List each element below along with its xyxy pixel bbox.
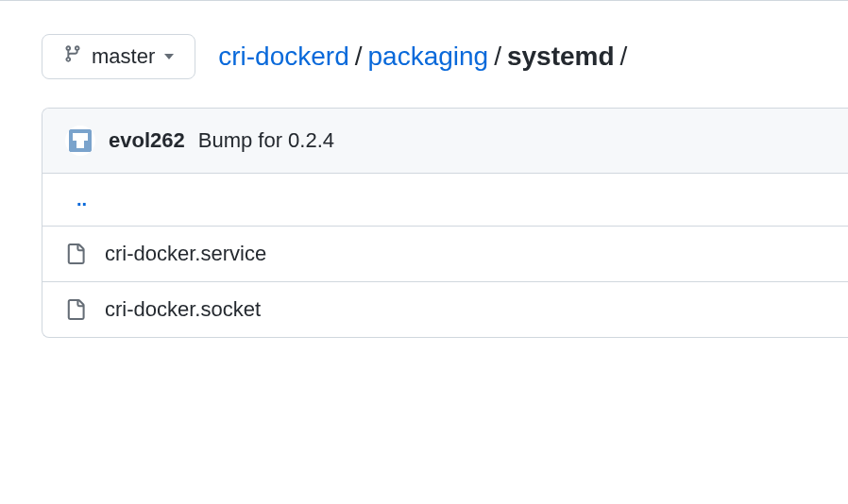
latest-commit-row: evol262 Bump for 0.2.4 bbox=[42, 109, 848, 174]
breadcrumb-separator: / bbox=[494, 42, 501, 72]
commit-message[interactable]: Bump for 0.2.4 bbox=[198, 128, 334, 153]
breadcrumb-link-repo[interactable]: cri-dockerd bbox=[218, 42, 348, 72]
chevron-down-icon bbox=[164, 54, 174, 59]
file-row[interactable]: cri-docker.socket bbox=[42, 282, 848, 337]
parent-directory-link[interactable]: .. bbox=[65, 189, 87, 210]
header-row: master cri-dockerd / packaging / systemd… bbox=[42, 34, 848, 79]
commit-author[interactable]: evol262 bbox=[109, 128, 185, 153]
breadcrumb-link-folder[interactable]: packaging bbox=[368, 42, 489, 72]
branch-select-button[interactable]: master bbox=[42, 34, 195, 79]
file-name-link[interactable]: cri-docker.socket bbox=[105, 297, 261, 322]
file-icon bbox=[65, 299, 86, 320]
breadcrumb-separator: / bbox=[355, 42, 363, 72]
parent-directory-row[interactable]: .. bbox=[42, 174, 848, 227]
breadcrumb: cri-dockerd / packaging / systemd / bbox=[218, 42, 633, 72]
branch-name: master bbox=[92, 44, 155, 69]
main-container: master cri-dockerd / packaging / systemd… bbox=[0, 6, 848, 338]
file-row[interactable]: cri-docker.service bbox=[42, 227, 848, 282]
breadcrumb-separator: / bbox=[620, 42, 628, 72]
file-name-link[interactable]: cri-docker.service bbox=[105, 242, 266, 266]
breadcrumb-current: systemd bbox=[507, 42, 615, 72]
file-icon bbox=[65, 244, 86, 264]
git-branch-icon bbox=[63, 44, 82, 69]
avatar[interactable] bbox=[65, 126, 95, 156]
file-list: evol262 Bump for 0.2.4 .. cri-docker.ser… bbox=[42, 108, 848, 338]
